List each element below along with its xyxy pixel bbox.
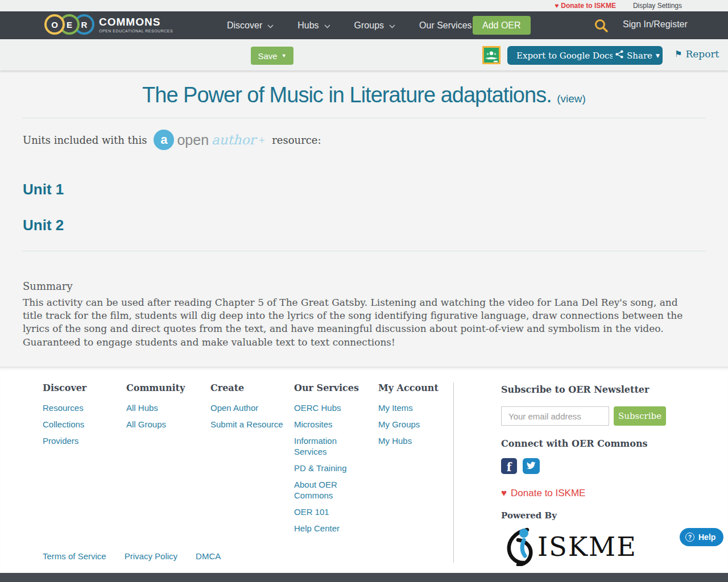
footer-link-resources[interactable]: Resources — [43, 403, 84, 413]
help-button-label: Help — [698, 533, 715, 542]
footer-link-my-items[interactable]: My Items — [378, 403, 413, 413]
logo-letter-o: O — [44, 14, 65, 35]
report-link[interactable]: ⚑ Report — [675, 48, 719, 60]
nav-item-groups[interactable]: Groups — [354, 20, 395, 31]
footer-heading-community: Community — [126, 383, 201, 393]
footer-link-open-author[interactable]: Open Author — [210, 403, 258, 413]
powered-by-label: Powered By — [501, 510, 689, 521]
add-oer-button[interactable]: Add OER — [473, 16, 531, 35]
iskme-logo: ISKME — [501, 525, 689, 568]
chevron-down-icon — [324, 20, 330, 31]
footer-column-create: Create Open Author Submit a Resource — [210, 383, 286, 435]
nav-item-hubs[interactable]: Hubs — [297, 20, 330, 31]
footer-link-pd-training[interactable]: PD & Training — [294, 463, 347, 473]
footer-link-collections[interactable]: Collections — [43, 419, 84, 429]
privacy-policy-link[interactable]: Privacy Policy — [125, 551, 177, 561]
heart-icon: ♥ — [555, 2, 559, 10]
heart-icon: ♥ — [501, 488, 507, 499]
caret-down-icon: ▼ — [282, 53, 287, 59]
footer-link-microsites[interactable]: Microsites — [294, 419, 333, 429]
footer-heading-discover: Discover — [43, 383, 118, 393]
resource-title-text: The Power of Music in Literature adaptat… — [142, 83, 552, 107]
view-link[interactable]: (view) — [557, 93, 586, 105]
footer-link-all-groups[interactable]: All Groups — [126, 419, 166, 429]
main-navbar: O E R COMMONS OPEN EDUCATIONAL RESOURCES… — [0, 11, 728, 39]
save-button[interactable]: Save ▼ — [251, 47, 293, 65]
dmca-link[interactable]: DMCA — [196, 551, 221, 561]
footer-link-information-services[interactable]: Information Services — [294, 436, 337, 456]
summary-text: This activity can be used after reading … — [23, 296, 694, 349]
footer-column-discover: Discover Resources Collections Providers — [43, 383, 118, 452]
open-author-word-open: open — [177, 132, 209, 148]
search-icon[interactable] — [594, 18, 609, 33]
open-author-plus: + — [259, 135, 266, 144]
summary-heading: Summary — [23, 280, 73, 292]
logo-circles: O E R — [44, 14, 89, 35]
nav-item-discover-label: Discover — [227, 20, 262, 31]
bottom-bar — [0, 573, 728, 582]
signin-register-link[interactable]: Sign In/Register — [623, 19, 688, 30]
footer-right-column: Subscribe to OER Newsletter Subscribe Co… — [501, 384, 689, 568]
footer-link-my-groups[interactable]: My Groups — [378, 419, 420, 429]
legal-links: Terms of Service Privacy Policy DMCA — [43, 551, 221, 561]
google-classroom-icon[interactable] — [482, 46, 500, 64]
footer-donate-label: Donate to ISKME — [511, 488, 585, 499]
divider — [23, 251, 705, 251]
footer-link-submit-resource[interactable]: Submit a Resource — [210, 419, 283, 429]
footer-link-oerc-hubs[interactable]: OERC Hubs — [294, 403, 341, 413]
main-content: The Power of Music in Literature adaptat… — [0, 70, 728, 367]
open-author-circle-icon: a — [154, 130, 174, 150]
open-author-logo: a openauthor+ — [154, 130, 265, 150]
footer-column-community: Community All Hubs All Groups — [126, 383, 201, 435]
terms-of-service-link[interactable]: Terms of Service — [43, 551, 106, 561]
newsletter-heading: Subscribe to OER Newsletter — [501, 384, 689, 395]
footer-heading-my-account: My Account — [378, 383, 453, 393]
footer-heading-our-services: Our Services — [294, 383, 369, 393]
oer-commons-logo[interactable]: O E R COMMONS OPEN EDUCATIONAL RESOURCES — [44, 14, 173, 35]
units-suffix-text: resource: — [272, 134, 321, 146]
iskme-logo-text: ISKME — [537, 531, 637, 562]
logo-text: COMMONS OPEN EDUCATIONAL RESOURCES — [99, 16, 173, 33]
footer-link-providers[interactable]: Providers — [43, 436, 78, 446]
footer-heading-create: Create — [210, 383, 286, 393]
share-icon — [615, 50, 623, 61]
export-google-docs-button[interactable]: Export to Google Docs — [507, 46, 623, 65]
unit-2-link[interactable]: Unit 2 — [23, 217, 64, 234]
nav-item-groups-label: Groups — [354, 20, 384, 31]
flag-icon: ⚑ — [675, 49, 682, 59]
facebook-icon[interactable]: f — [501, 458, 517, 474]
footer-link-my-hubs[interactable]: My Hubs — [378, 436, 412, 446]
open-author-word-author: author — [212, 132, 255, 147]
units-prefix-text: Units included with this — [23, 134, 147, 146]
logo-subtitle: OPEN EDUCATIONAL RESOURCES — [99, 29, 173, 33]
footer-link-all-hubs[interactable]: All Hubs — [126, 403, 158, 413]
footer-link-oer-101[interactable]: OER 101 — [294, 507, 329, 517]
footer-column-our-services: Our Services OERC Hubs Microsites Inform… — [294, 383, 369, 539]
footer-link-about-oer-commons[interactable]: About OER Commons — [294, 480, 337, 500]
footer-link-help-center[interactable]: Help Center — [294, 523, 340, 533]
page: ♥Donate to ISKME Display Settings O E R … — [0, 0, 728, 582]
question-icon: ? — [685, 533, 694, 542]
topbar-donate-link[interactable]: ♥Donate to ISKME — [555, 2, 616, 10]
unit-1-link[interactable]: Unit 1 — [23, 181, 64, 198]
nav-item-hubs-label: Hubs — [297, 20, 318, 31]
share-button[interactable]: Share ▼ — [613, 46, 663, 65]
subscribe-button[interactable]: Subscribe — [614, 406, 666, 426]
resource-toolbar: Save ▼ Export to Google Docs Share ▼ ⚑ R… — [0, 39, 728, 70]
help-button[interactable]: ? Help — [680, 528, 723, 546]
nav-item-our-services-label: Our Services — [419, 20, 471, 31]
units-included-line: Units included with this a openauthor+ r… — [23, 130, 321, 150]
divider — [23, 118, 705, 118]
connect-heading: Connect with OER Commons — [501, 438, 689, 449]
twitter-icon[interactable] — [523, 458, 540, 474]
footer-donate-link[interactable]: ♥ Donate to ISKME — [501, 488, 689, 499]
nav-item-discover[interactable]: Discover — [227, 20, 274, 31]
report-link-label: Report — [685, 48, 719, 60]
footer: Discover Resources Collections Providers… — [0, 367, 728, 573]
iskme-mark-icon — [501, 525, 536, 568]
chevron-down-icon — [389, 20, 395, 31]
display-settings-link[interactable]: Display Settings — [633, 2, 682, 10]
save-button-label: Save — [258, 51, 277, 61]
social-icons: f — [501, 458, 689, 474]
email-input[interactable] — [501, 406, 609, 426]
